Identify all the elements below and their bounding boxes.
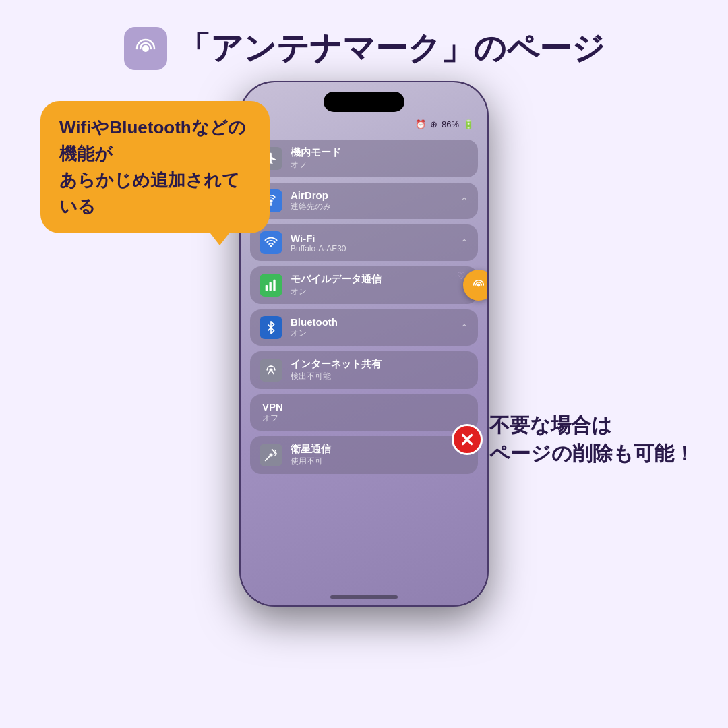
bluetooth-chevron: ⌃ [460,322,468,333]
mobile-data-title: モバイルデータ通信 [291,273,468,286]
hotspot-sub: 検出不可能 [291,371,468,382]
bluetooth-icon [264,321,278,334]
phone-screen: ⏰ ⊕ 86% 🔋 機内モード オフ [241,82,487,605]
hotspot-row[interactable]: インターネット共有 検出不可能 [250,351,478,389]
satellite-row[interactable]: 衛星通信 使用不可 ⌃ [250,436,478,474]
mobile-data-sub: オン [291,286,468,297]
power-button [488,163,489,204]
callout-text: WifiやBluetoothなどの機能があらかじめ追加されている [59,115,251,220]
mobile-data-icon [264,278,278,292]
antenna-header-icon [133,36,158,61]
svg-line-10 [266,456,270,461]
svg-point-3 [270,245,272,247]
header-icon-box [124,27,167,70]
bluetooth-text: Bluetooth オン [291,316,452,339]
airdrop-text: AirDrop 連絡先のみ [291,189,452,212]
vpn-text: VPN オフ [260,401,468,424]
delete-annotation: 不要な場合はページの削除も可能！ [452,411,694,468]
vpn-sub: オフ [262,413,468,424]
settings-list: 機内モード オフ AirDrop [250,140,478,474]
x-circle-icon [452,424,483,455]
page-title: 「アンテナマーク」のページ [178,27,605,70]
dynamic-island [324,92,404,112]
svg-rect-6 [273,280,275,291]
antenna-float-icon [471,278,486,293]
battery-percent: 86% [442,119,459,129]
vpn-title: VPN [262,401,468,413]
wifi-row[interactable]: Wi-Fi Buffalo-A-AE30 ⌃ [250,224,478,261]
callout-bubble: WifiやBluetoothなどの機能があらかじめ追加されている [40,101,270,233]
mobile-data-text: モバイルデータ通信 オン [291,273,468,297]
alarm-icon: ⏰ [415,119,426,129]
page-header: 「アンテナマーク」のページ [0,0,728,84]
satellite-text: 衛星通信 使用不可 [291,443,452,467]
satellite-icon-box [260,444,282,466]
wifi-chevron: ⌃ [460,237,468,248]
wifi-text: Wi-Fi Buffalo-A-AE30 [291,233,452,253]
airplane-mode-sub: オフ [291,159,468,171]
airdrop-row[interactable]: AirDrop 連絡先のみ ⌃ [250,183,478,219]
airplane-mode-text: 機内モード オフ [291,146,468,171]
airdrop-title: AirDrop [291,189,452,201]
delete-row: 不要な場合はページの削除も可能！ [452,411,694,468]
hotspot-icon [264,363,278,377]
mobile-data-row[interactable]: ♡ モバイルデータ通信 オン [250,266,478,304]
wifi-title: Wi-Fi [291,233,452,244]
delete-annotation-text: 不要な場合はページの削除も可能！ [489,411,694,468]
svg-point-0 [142,45,149,52]
phone-mockup: ⏰ ⊕ 86% 🔋 機内モード オフ [239,81,489,607]
location-icon: ⊕ [430,119,437,129]
satellite-icon [264,448,278,462]
svg-rect-5 [270,282,272,291]
hotspot-icon-box [260,359,282,382]
mobile-data-icon-box [260,274,282,297]
hotspot-text: インターネット共有 検出不可能 [291,358,468,382]
battery-icon: 🔋 [463,119,474,129]
bluetooth-row[interactable]: Bluetooth オン ⌃ [250,309,478,346]
airdrop-chevron: ⌃ [460,195,468,206]
x-icon [458,431,476,448]
bluetooth-icon-box [260,316,282,339]
bluetooth-sub: オン [291,328,452,339]
satellite-title: 衛星通信 [291,443,452,456]
status-bar: ⏰ ⊕ 86% 🔋 [415,119,474,129]
airplane-mode-row[interactable]: 機内モード オフ [250,140,478,177]
hotspot-title: インターネット共有 [291,358,468,371]
phone-body: ⏰ ⊕ 86% 🔋 機内モード オフ [239,81,489,607]
home-bar [330,595,398,599]
airplane-mode-title: 機内モード [291,146,468,159]
vpn-row[interactable]: VPN オフ [250,394,478,431]
svg-rect-4 [266,285,268,291]
svg-point-7 [477,284,481,287]
wifi-icon [264,236,278,249]
svg-point-1 [270,200,273,203]
wifi-sub: Buffalo-A-AE30 [291,244,452,253]
airdrop-sub: 連絡先のみ [291,201,452,212]
bluetooth-title: Bluetooth [291,316,452,328]
satellite-sub: 使用不可 [291,456,452,467]
wifi-icon-box [260,231,282,254]
